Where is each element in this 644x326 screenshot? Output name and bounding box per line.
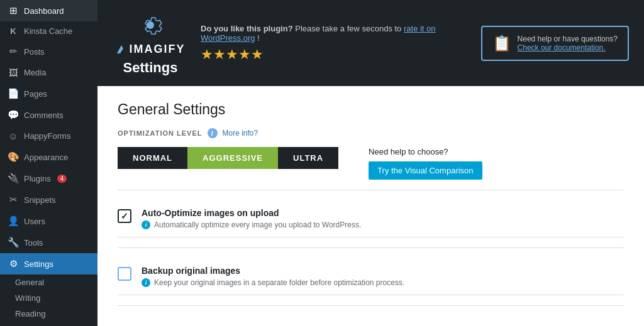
- imagify-brand: IMAGIFY: [116, 43, 186, 56]
- dashboard-icon: ⊞: [8, 5, 19, 16]
- imagify-mountain-icon: [116, 44, 127, 55]
- imagify-gear-icon: [135, 10, 165, 40]
- sidebar-item-settings[interactable]: ⚙ Settings: [0, 253, 97, 274]
- kinsta-cache-icon: K: [8, 26, 19, 36]
- auto-optimize-checkbox[interactable]: ✓: [118, 209, 131, 223]
- backup-originals-checkbox[interactable]: [118, 267, 131, 281]
- settings-icon: ⚙: [8, 258, 19, 269]
- optimization-level-label: OPTIMIZATION LEVEL i More info?: [118, 128, 624, 138]
- auto-optimize-row: ✓ Auto-Optimize images on upload i Autom…: [118, 200, 624, 237]
- help-text-area: Need help or have questions? Check our d…: [518, 35, 618, 52]
- sidebar-item-pages[interactable]: 📄 Pages: [0, 83, 97, 104]
- pages-icon: 📄: [8, 88, 19, 99]
- imagify-logo-area: IMAGIFY Settings: [113, 10, 188, 76]
- auto-optimize-desc: i Automatically optimize every image you…: [142, 220, 624, 229]
- posts-icon: ✏: [8, 46, 19, 57]
- doc-icon: 📋: [492, 35, 511, 52]
- backup-originals-desc: i Keep your original images in a separat…: [142, 278, 624, 287]
- sidebar-subitem-general[interactable]: General: [0, 274, 97, 290]
- happyforms-icon: ☺: [8, 131, 19, 141]
- content-area: General Settings OPTIMIZATION LEVEL i Mo…: [97, 86, 644, 326]
- header-middle: Do you like this plugin? Please take a f…: [201, 24, 469, 63]
- sidebar-item-tools[interactable]: 🔧 Tools: [0, 232, 97, 253]
- optimization-row: NORMAL AGGRESSIVE ULTRA Need help to cho…: [118, 147, 624, 180]
- divider-3: [118, 305, 624, 306]
- sidebar-item-kinsta-cache[interactable]: K Kinsta Cache: [0, 21, 97, 41]
- tools-icon: 🔧: [8, 237, 19, 248]
- appearance-icon: 🎨: [8, 151, 19, 163]
- rate-text: Do you like this plugin? Please take a f…: [201, 24, 469, 43]
- backup-originals-info-icon: i: [142, 278, 150, 287]
- media-icon: 🖼: [8, 67, 19, 78]
- sidebar-item-users[interactable]: 👤 Users: [0, 210, 97, 232]
- sidebar-item-dashboard[interactable]: ⊞ Dashboard: [0, 0, 97, 21]
- stars: ★★★★★: [201, 46, 469, 63]
- ultra-button[interactable]: ULTRA: [278, 147, 338, 169]
- plugins-icon: 🔌: [8, 173, 19, 184]
- need-help-area: Need help to choose? Try the Visual Comp…: [369, 147, 482, 180]
- visual-comparison-button[interactable]: Try the Visual Comparison: [369, 161, 482, 180]
- more-info-link[interactable]: More info?: [223, 129, 258, 138]
- auto-optimize-title: Auto-Optimize images on upload: [142, 208, 624, 218]
- sidebar: ⊞ Dashboard K Kinsta Cache ✏ Posts 🖼 Med…: [0, 0, 97, 326]
- main-area: IMAGIFY Settings Do you like this plugin…: [97, 0, 644, 326]
- comments-icon: 💬: [8, 109, 19, 121]
- optimization-info-icon[interactable]: i: [208, 128, 218, 138]
- auto-optimize-info-icon: i: [142, 220, 150, 229]
- sidebar-subitem-reading[interactable]: Reading: [0, 306, 97, 322]
- users-icon: 👤: [8, 215, 19, 227]
- sidebar-item-media[interactable]: 🖼 Media: [0, 62, 97, 83]
- sidebar-item-appearance[interactable]: 🎨 Appearance: [0, 146, 97, 168]
- optimization-buttons: NORMAL AGGRESSIVE ULTRA: [118, 147, 338, 169]
- aggressive-button[interactable]: AGGRESSIVE: [187, 147, 278, 169]
- help-doc-link[interactable]: Check our documentation.: [518, 43, 606, 52]
- header-help-box: 📋 Need help or have questions? Check our…: [481, 26, 629, 61]
- plugins-badge: 4: [57, 175, 67, 183]
- checkmark-icon: ✓: [121, 211, 128, 221]
- normal-button[interactable]: NORMAL: [118, 147, 187, 169]
- help-title: Need help or have questions?: [518, 35, 618, 43]
- backup-originals-row: Backup original images i Keep your origi…: [118, 258, 624, 295]
- sidebar-item-plugins[interactable]: 🔌 Plugins 4: [0, 168, 97, 189]
- divider-2: [118, 247, 624, 248]
- sidebar-item-comments[interactable]: 💬 Comments: [0, 104, 97, 126]
- backup-originals-content: Backup original images i Keep your origi…: [142, 266, 624, 287]
- backup-originals-title: Backup original images: [142, 266, 624, 276]
- header-banner: IMAGIFY Settings Do you like this plugin…: [97, 0, 644, 86]
- page-title: General Settings: [118, 101, 624, 118]
- auto-optimize-content: Auto-Optimize images on upload i Automat…: [142, 208, 624, 229]
- sidebar-item-happyforms[interactable]: ☺ HappyForms: [0, 126, 97, 146]
- sidebar-item-posts[interactable]: ✏ Posts: [0, 41, 97, 62]
- imagify-brand-text: IMAGIFY: [130, 43, 186, 56]
- sidebar-subitem-writing[interactable]: Writing: [0, 290, 97, 306]
- divider-1: [118, 190, 624, 190]
- snippets-icon: ✂: [8, 194, 19, 205]
- need-help-text: Need help to choose?: [369, 147, 482, 156]
- imagify-settings-label: Settings: [123, 60, 178, 76]
- sidebar-item-snippets[interactable]: ✂ Snippets: [0, 189, 97, 210]
